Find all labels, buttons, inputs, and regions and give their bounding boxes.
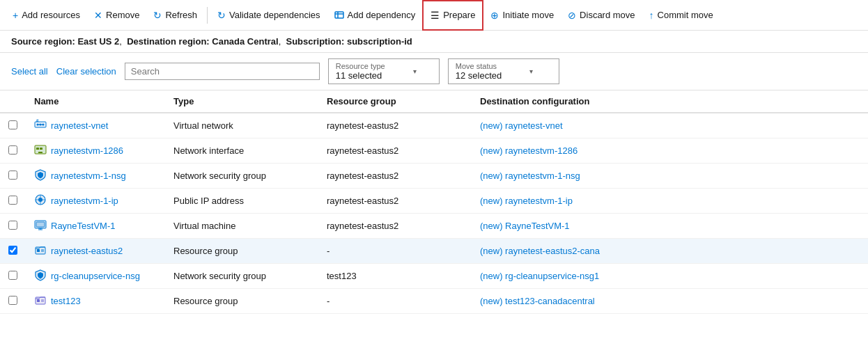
svg-point-7 [42,124,45,126]
resource-name-link[interactable]: raynetestvm-1-nsg [51,171,126,181]
prepare-icon: ☰ [431,10,440,21]
row-checkbox[interactable] [8,296,17,305]
row-rg-cell: raynetest-eastus2 [318,113,472,139]
row-checkbox[interactable] [8,221,17,230]
remove-label: Remove [106,10,139,20]
row-checkbox-cell[interactable] [0,264,26,289]
destination-link[interactable]: (new) raynetest-eastus2-cana [480,246,600,256]
add-resources-button[interactable]: + Add resources [6,0,87,31]
select-all-link[interactable]: Select all [11,66,48,77]
commit-move-button[interactable]: ↑ Commit move [642,0,720,31]
table-row[interactable]: raynetestvm-1-nsg Network security group… [0,164,868,189]
table-row[interactable]: raynetestvm-1-ip Public IP address rayne… [0,189,868,214]
search-input[interactable] [131,66,313,77]
svg-rect-27 [37,299,40,302]
row-dest-cell: (new) raynetestvm-1-ip [472,189,868,214]
remove-button[interactable]: ✕ Remove [87,0,146,31]
header-type: Type [165,90,318,113]
destination-link[interactable]: (new) test123-canadacentral [480,296,595,306]
resource-name-link[interactable]: test123 [51,296,81,306]
table-header-row: Name Type Resource group Destination con… [0,90,868,113]
clear-selection-link[interactable]: Clear selection [56,66,116,77]
row-name-cell: raynetest-eastus2 [26,239,165,264]
initiate-move-button[interactable]: ⊕ Initiate move [483,0,561,31]
row-rg-cell: - [318,289,472,314]
table-row[interactable]: RayneTestVM-1 Virtual machine raynetest-… [0,214,868,239]
table-row[interactable]: ⇄ raynetest-vnet Virtual network raynete… [0,113,868,139]
row-checkbox-cell[interactable] [0,289,26,314]
prepare-label: Prepare [443,10,475,20]
svg-rect-0 [335,12,343,18]
row-checkbox-cell[interactable] [0,164,26,189]
resource-type-dropdown[interactable]: Resource type 11 selected ▾ [328,58,440,84]
refresh-button[interactable]: ↻ Refresh [146,0,204,31]
row-dest-cell: (new) raynetestvm-1286 [472,139,868,164]
toolbar: + Add resources ✕ Remove ↻ Refresh ↻ Val… [0,0,868,31]
table-row[interactable]: raynetest-eastus2 Resource group - (new)… [0,239,868,264]
row-name-cell: ⇄ raynetest-vnet [26,113,165,139]
table-row[interactable]: test123 Resource group - (new) test123-c… [0,289,868,314]
table-row[interactable]: rg-cleanupservice-nsg Network security g… [0,264,868,289]
move-status-dropdown[interactable]: Move status 12 selected ▾ [448,58,559,84]
row-checkbox[interactable] [8,246,17,255]
row-checkbox-cell[interactable] [0,189,26,214]
header-name: Name [26,90,165,113]
commit-move-icon: ↑ [649,10,654,21]
destination-link[interactable]: (new) raynetest-vnet [480,120,563,131]
discard-move-button[interactable]: ⊘ Discard move [561,0,642,31]
x-icon: ✕ [94,10,102,21]
svg-rect-10 [36,148,39,150]
resource-name-link[interactable]: RayneTestVM-1 [51,221,115,231]
resource-type-title: Resource type [336,62,385,70]
svg-rect-12 [38,152,42,153]
validate-deps-button[interactable]: ↻ Validate dependencies [210,0,327,31]
row-rg-cell: raynetest-eastus2 [318,189,472,214]
row-checkbox[interactable] [8,271,17,280]
resource-name-link[interactable]: raynetestvm-1286 [51,145,123,156]
move-status-chevron: ▾ [529,68,533,75]
prepare-button[interactable]: ☰ Prepare [422,0,483,31]
destination-link[interactable]: (new) raynetestvm-1-nsg [480,171,580,181]
validate-deps-label: Validate dependencies [229,10,320,20]
destination-link[interactable]: (new) RayneTestVM-1 [480,221,570,231]
row-checkbox[interactable] [8,145,17,155]
subscription-value: subscription-id [347,36,412,47]
resource-name-link[interactable]: rg-cleanupservice-nsg [51,271,140,281]
row-checkbox-cell[interactable] [0,239,26,264]
row-rg-cell: raynetest-eastus2 [318,139,472,164]
row-checkbox[interactable] [8,196,17,205]
svg-rect-28 [41,299,44,302]
row-rg-cell: raynetest-eastus2 [318,214,472,239]
nic-icon [34,143,47,158]
row-checkbox-cell[interactable] [0,214,26,239]
svg-point-6 [40,124,42,126]
destination-link[interactable]: (new) rg-cleanupservice-nsg1 [480,271,599,281]
dependency-icon [334,9,344,20]
resource-type-chevron: ▾ [413,68,417,75]
add-dependency-button[interactable]: Add dependency [327,0,423,31]
vm-icon [34,219,47,233]
svg-rect-25 [41,249,44,252]
destination-link[interactable]: (new) raynetestvm-1286 [480,145,578,156]
row-checkbox[interactable] [8,120,17,129]
search-box[interactable] [125,63,320,80]
info-bar: Source region: East US 2, Destination re… [0,31,868,53]
add-dependency-label: Add dependency [348,10,416,20]
initiate-move-icon: ⊕ [490,10,499,21]
resource-name-link[interactable]: raynetest-vnet [51,120,108,131]
row-type-cell: Virtual network [165,113,318,139]
nsg-icon [34,269,47,283]
row-checkbox-cell[interactable] [0,113,26,139]
row-dest-cell: (new) raynetest-vnet [472,113,868,139]
table-row[interactable]: raynetestvm-1286 Network interface rayne… [0,139,868,164]
row-checkbox[interactable] [8,171,17,180]
row-checkbox-cell[interactable] [0,139,26,164]
header-resource-group: Resource group [318,90,472,113]
resource-name-link[interactable]: raynetestvm-1-ip [51,196,118,206]
destination-link[interactable]: (new) raynetestvm-1-ip [480,196,573,206]
subscription-label: Subscription: [286,36,345,47]
svg-rect-11 [40,148,42,150]
row-dest-cell: (new) raynetest-eastus2-cana [472,239,868,264]
resource-name-link[interactable]: raynetest-eastus2 [51,246,123,256]
source-region-label: Source region: [11,36,75,47]
